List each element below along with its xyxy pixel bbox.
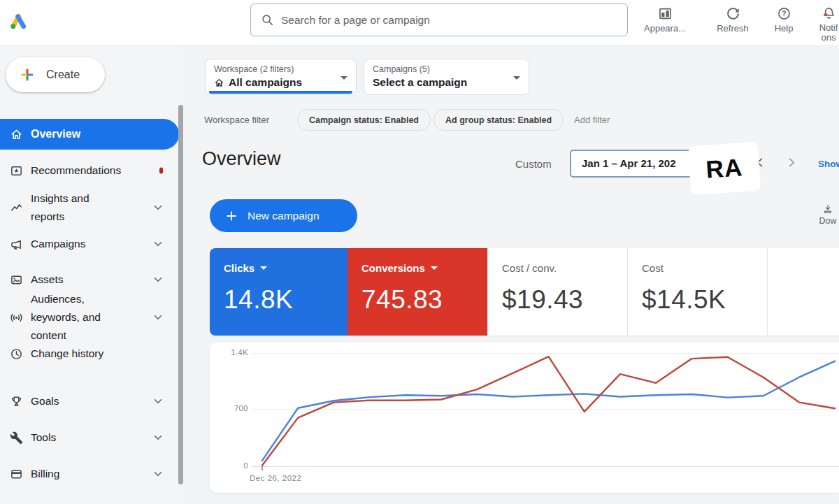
scorecard-label: Conversions	[361, 262, 425, 274]
new-campaign-button[interactable]: New campaign	[210, 199, 357, 232]
download-button[interactable]: Dow	[814, 203, 839, 226]
google-ads-logo	[7, 11, 29, 31]
sidebar-scrollbar[interactable]	[178, 105, 183, 484]
search-input[interactable]	[281, 14, 627, 27]
create-label: Create	[46, 69, 80, 81]
workspace-selector[interactable]: Workspace (2 filters) All campaigns	[205, 59, 357, 95]
chevron-down-icon	[152, 202, 164, 213]
sidebar-item-recommendations[interactable]: Recommendations	[0, 160, 179, 181]
sidebar-item-label: Campaigns	[31, 235, 85, 253]
workspace-selector-value: All campaigns	[229, 76, 302, 89]
megaphone-icon	[10, 238, 23, 251]
scorecard-label: Cost	[642, 262, 664, 274]
broadcast-icon	[10, 311, 23, 324]
sidebar-item-label: Recommendations	[31, 161, 121, 180]
notifications-label: Notif	[819, 23, 838, 33]
date-mode-label: Custom	[515, 158, 552, 170]
scorecard-label: Cost / conv.	[502, 262, 557, 274]
overview-chart-svg	[210, 343, 839, 493]
home-icon	[214, 78, 224, 88]
sidebar-item-tools[interactable]: Tools	[0, 427, 179, 448]
sidebar-item-label: Tools	[31, 429, 56, 447]
help-label: Help	[775, 23, 794, 34]
chevron-down-icon	[152, 432, 164, 443]
show-link[interactable]: Show	[818, 159, 839, 169]
sidebar-nav: Create Overview Recommendations Insights…	[0, 45, 180, 504]
billing-icon	[10, 468, 23, 481]
sidebar-item-insights[interactable]: Insights and reports	[0, 189, 179, 226]
wrench-icon	[10, 431, 23, 445]
search-icon	[261, 13, 274, 27]
recommendations-badge	[159, 168, 163, 174]
sidebar-item-goals[interactable]: Goals	[0, 391, 179, 412]
filter-chip-adgroup-status[interactable]: Ad group status: Enabled	[433, 109, 564, 131]
date-next-button[interactable]	[784, 156, 798, 172]
refresh-button[interactable]: Refresh	[709, 6, 756, 34]
scorecard-cost-per-conv[interactable]: Cost / conv. $19.43	[487, 248, 627, 336]
page-title: Overview	[202, 148, 281, 170]
notifications-label-wrap: ons	[819, 33, 838, 43]
scorecard-clicks[interactable]: Clicks 14.8K	[210, 248, 347, 336]
dropdown-caret-icon	[260, 266, 267, 270]
chevron-down-icon	[152, 468, 164, 480]
new-campaign-label: New campaign	[248, 210, 320, 222]
sidebar-item-campaigns[interactable]: Campaigns	[0, 233, 179, 254]
appearance-button[interactable]: Appeara...	[640, 6, 690, 34]
scorecard-conversions[interactable]: Conversions 745.83	[347, 248, 487, 336]
scorecard-value: $19.43	[502, 285, 627, 315]
ra-watermark: RA	[688, 142, 761, 196]
trophy-icon	[10, 395, 23, 408]
scorecard-value: $14.5K	[642, 285, 767, 315]
sidebar-item-audiences[interactable]: Audiences, keywords, and content	[0, 289, 179, 346]
clicks-line-series	[262, 361, 835, 461]
google-plus-icon	[20, 67, 35, 82]
sidebar-item-billing[interactable]: Billing	[0, 463, 179, 484]
sidebar-item-label: Goals	[31, 392, 59, 410]
filter-chip-campaign-status[interactable]: Campaign status: Enabled	[297, 109, 431, 131]
conversions-line-series	[262, 357, 835, 466]
sidebar-item-label: Change history	[31, 345, 103, 363]
workspace-filter-label: Workspace filter	[204, 115, 269, 125]
appearance-label: Appeara...	[644, 23, 686, 34]
scorecard-label: Clicks	[224, 262, 254, 274]
notifications-button[interactable]: Notif ons	[808, 6, 839, 43]
create-button[interactable]: Create	[6, 57, 105, 92]
clock-icon	[10, 347, 23, 361]
recommendations-icon	[10, 164, 23, 178]
workspace-selector-label: Workspace (2 filters)	[214, 64, 332, 74]
refresh-icon	[726, 6, 740, 21]
sidebar-item-label: Audiences, keywords, and content	[31, 290, 109, 345]
sidebar-item-change-history[interactable]: Change history	[0, 343, 179, 364]
overview-chart-card: 1.4K 700 0 Dec 26, 2022	[210, 343, 839, 493]
dropdown-caret-icon	[431, 266, 438, 270]
help-icon: ?	[777, 6, 791, 21]
scorecard-value: 14.8K	[224, 285, 347, 315]
help-button[interactable]: ? Help	[768, 6, 800, 34]
svg-text:?: ?	[782, 9, 786, 17]
insights-icon	[10, 201, 23, 215]
sidebar-item-label: Insights and reports	[31, 189, 109, 226]
scorecard-cost[interactable]: Cost $14.5K	[627, 248, 767, 336]
chevron-down-icon	[152, 274, 164, 285]
chevron-down-icon	[152, 238, 164, 250]
scorecard-filler	[767, 248, 839, 336]
chevron-right-icon	[784, 156, 798, 169]
global-search	[250, 3, 628, 36]
sidebar-item-label: Overview	[31, 125, 80, 143]
add-filter-button[interactable]: Add filter	[574, 115, 610, 125]
plus-icon	[225, 210, 238, 222]
campaign-selector-value: Select a campaign	[373, 76, 467, 89]
appearance-icon	[658, 6, 673, 21]
home-icon	[10, 128, 23, 141]
top-app-bar: Appeara... Refresh ? Help Notif ons	[0, 0, 839, 45]
refresh-label: Refresh	[717, 23, 749, 34]
bell-icon	[822, 6, 836, 21]
download-label: Dow	[819, 216, 836, 226]
assets-icon	[10, 273, 23, 287]
main-content: Workspace (2 filters) All campaigns Camp…	[180, 45, 839, 504]
campaign-selector[interactable]: Campaigns (5) Select a campaign	[364, 59, 529, 95]
notification-dot	[824, 13, 827, 16]
dropdown-caret-icon	[340, 76, 347, 80]
sidebar-item-assets[interactable]: Assets	[0, 269, 179, 290]
sidebar-item-overview[interactable]: Overview	[0, 119, 179, 150]
